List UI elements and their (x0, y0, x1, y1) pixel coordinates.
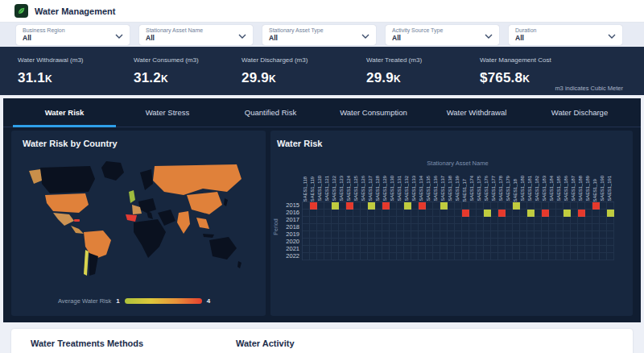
tab-label: Water Consumption (340, 108, 407, 117)
heatmap-empty-cell (484, 202, 491, 210)
kpi-unit: K (394, 73, 401, 85)
heatmap-data-cell[interactable] (310, 202, 317, 210)
filter-dropdown-stationary-asset-name[interactable]: Stationary Asset NameAll (139, 25, 253, 45)
heatmap-column-label: SAES1_127 (367, 168, 374, 201)
heatmap-column-label: SAES1_180 (519, 168, 526, 201)
heatmap-empty-cell (564, 217, 571, 224)
country-central-america (71, 226, 84, 234)
column-label-text: SAES1_127 (367, 176, 374, 201)
column-label-text: SAES1_128 (374, 176, 382, 201)
heatmap-empty-cell (462, 202, 469, 210)
filter-label: Stationary Asset Type (269, 27, 324, 34)
tab-water-stress[interactable]: Water Stress (116, 98, 219, 127)
country-mexico (53, 213, 74, 226)
tab-water-withdrawal[interactable]: Water Withdrawal (425, 98, 528, 127)
heatmap-data-cell[interactable] (527, 210, 535, 217)
water-risk-heatmap-card: Water Risk Stationary Asset Name SAES1_1… (270, 131, 633, 316)
heatmap-column-label: SAES1_132 (403, 168, 411, 201)
column-label-text: SAES1_125 (353, 176, 360, 201)
heatmap-empty-cell (506, 224, 513, 231)
kpi-water-management-cost: Water Management Cost$765.8K (480, 56, 617, 86)
heatmap-empty-cell (535, 246, 542, 253)
heatmap-data-cell[interactable] (332, 202, 339, 210)
heatmap-empty-cell (491, 246, 498, 253)
heatmap-empty-cell (368, 239, 375, 246)
heatmap-data-cell[interactable] (462, 210, 469, 217)
tab-quantified-risk[interactable]: Quantified Risk (219, 98, 322, 127)
heatmap-data-cell[interactable] (404, 202, 411, 210)
filter-dropdown-duration[interactable]: DurationAll (509, 25, 622, 45)
heatmap-empty-cell (411, 210, 419, 217)
heatmap-empty-cell (498, 253, 506, 260)
heatmap-empty-cell (433, 253, 440, 260)
tab-water-discharge[interactable]: Water Discharge (528, 98, 631, 127)
country-usa (45, 193, 89, 213)
heatmap-empty-cell (382, 217, 390, 224)
world-map[interactable] (26, 156, 251, 277)
heatmap-column-label: SAES1_138 (447, 168, 454, 201)
heatmap-data-cell[interactable] (542, 210, 549, 217)
heatmap-empty-cell (303, 202, 310, 210)
heatmap-empty-cell (469, 217, 477, 224)
column-label-text: SAES1_177 (490, 176, 497, 201)
heatmap-empty-cell (404, 217, 411, 224)
column-label-text: SAES1_180 (519, 176, 526, 201)
heatmap-column-label: SAES1_187 (570, 168, 577, 201)
heatmap-empty-cell (542, 253, 549, 260)
heatmap-data-cell[interactable] (419, 202, 426, 210)
tab-water-consumption[interactable]: Water Consumption (322, 98, 425, 127)
heatmap-empty-cell (390, 202, 397, 210)
heatmap-empty-cell (448, 253, 455, 260)
legend-max: 4 (207, 297, 210, 305)
heatmap-empty-cell (542, 246, 549, 253)
heatmap-data-cell[interactable] (578, 210, 585, 217)
tab-water-risk[interactable]: Water Risk (13, 98, 116, 127)
heatmap-empty-cell (317, 231, 324, 239)
heatmap-data-cell[interactable] (607, 210, 614, 217)
heatmap-empty-cell (361, 253, 368, 260)
heatmap-data-cell[interactable] (346, 202, 353, 210)
heatmap-column-label: SAES1_190 (599, 168, 606, 201)
heatmap-data-cell[interactable] (484, 210, 491, 217)
filter-dropdown-stationary-asset-type[interactable]: Stationary Asset TypeAll (262, 25, 376, 45)
heatmap-empty-cell (303, 217, 310, 224)
tab-bar: Water RiskWater StressQuantified RiskWat… (3, 98, 641, 127)
column-label-text: SAES1_132 (403, 176, 411, 201)
heatmap-data-cell[interactable] (368, 202, 375, 210)
heatmap-empty-cell (361, 246, 368, 253)
kpi-water-discharged-m3: Water Discharged (m3)29.9K (242, 56, 366, 86)
heatmap-empty-cell (520, 246, 527, 253)
heatmap-empty-cell (339, 239, 346, 246)
heatmap-empty-cell (527, 217, 535, 224)
column-label-text: SAES1_175 (476, 176, 483, 201)
heatmap-empty-cell (477, 246, 484, 253)
heatmap-column-label: SAES1_124 (345, 168, 353, 201)
heatmap-empty-cell (455, 239, 462, 246)
heatmap-data-cell[interactable] (498, 210, 506, 217)
heatmap-empty-cell (484, 224, 491, 231)
heatmap-empty-cell (310, 217, 317, 224)
column-label-text: SAES1_118 (302, 176, 309, 201)
heatmap-x-axis-label: Stationary Asset Name (302, 160, 613, 167)
heatmap-empty-cell (404, 253, 411, 260)
heatmap-empty-cell (353, 231, 361, 239)
country-japan (224, 198, 228, 206)
filter-dropdown-activity-source-type[interactable]: Activity Source TypeAll (386, 25, 499, 45)
filter-dropdown-business-region[interactable]: Business RegionAll (16, 25, 130, 45)
heatmap-data-cell[interactable] (440, 202, 448, 210)
heatmap-empty-cell (397, 239, 404, 246)
heatmap-empty-cell (542, 202, 549, 210)
heatmap-empty-cell (317, 210, 324, 217)
heatmap-empty-cell (411, 246, 419, 253)
bottom-card: Water Treatments Methods Water Activity (11, 329, 633, 353)
heatmap-data-cell[interactable] (513, 202, 520, 210)
column-label-text: SAES1_185 (555, 176, 563, 201)
heatmap-empty-cell (549, 217, 556, 224)
heatmap-data-cell[interactable] (564, 210, 571, 217)
heatmap-empty-cell (484, 231, 491, 239)
heatmap-data-cell[interactable] (382, 202, 390, 210)
heatmap-empty-cell (585, 210, 592, 217)
heatmap-empty-cell (339, 231, 346, 239)
heatmap-data-cell[interactable] (592, 202, 600, 210)
heatmap-empty-cell (592, 231, 600, 239)
